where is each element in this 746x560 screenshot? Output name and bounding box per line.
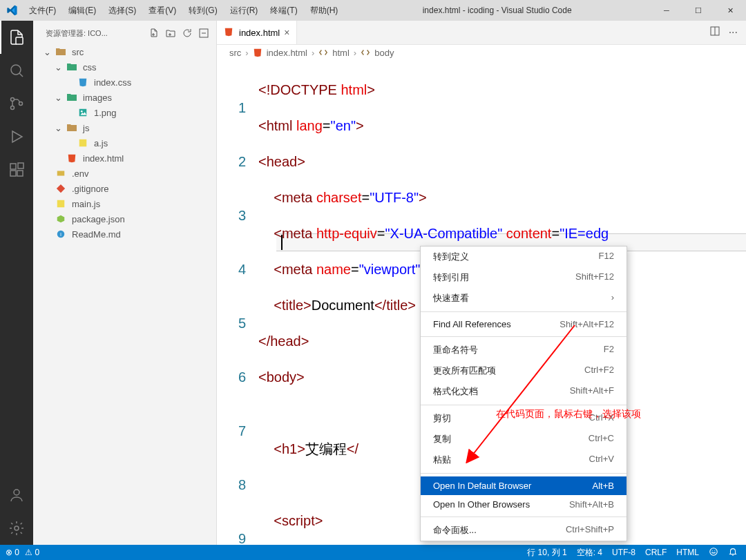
status-bell-icon[interactable] (728, 547, 738, 559)
activity-scm-icon[interactable] (0, 87, 33, 120)
svg-rect-7 (17, 171, 23, 176)
status-eol[interactable]: CRLF (645, 548, 667, 557)
menu-help[interactable]: 帮助(H) (305, 2, 344, 19)
context-menu-item[interactable]: 转到定义F12 (421, 247, 627, 267)
tree-file-index-html[interactable]: index.html (33, 151, 216, 166)
svg-rect-16 (57, 200, 65, 208)
context-menu-item[interactable]: 快速查看› (421, 288, 627, 309)
collapse-icon[interactable] (198, 28, 209, 39)
menu-select[interactable]: 选择(S) (103, 2, 142, 19)
new-folder-icon[interactable] (165, 28, 176, 39)
status-spaces[interactable]: 空格: 4 (577, 547, 602, 559)
new-file-icon[interactable] (149, 28, 160, 39)
activity-debug-icon[interactable] (0, 120, 33, 153)
tree-file-png[interactable]: 1.png (33, 105, 216, 120)
svg-rect-5 (10, 164, 16, 169)
menu-file[interactable]: 文件(F) (23, 2, 61, 19)
context-menu-item[interactable]: Open In Default BrowserAlt+B (421, 476, 627, 495)
menu-view[interactable]: 查看(V) (143, 2, 182, 19)
tree-file-package[interactable]: package.json (33, 211, 216, 226)
editor-tabs: index.html × ··· (217, 21, 746, 45)
tree-folder-js[interactable]: ⌄js (33, 120, 216, 135)
svg-point-4 (19, 102, 23, 106)
svg-point-10 (15, 526, 19, 530)
tree-file-readme[interactable]: iReadMe.md (33, 226, 216, 242)
file-tree: ⌄src ⌄css index.css ⌄images 1.png ⌄js a.… (33, 43, 216, 243)
status-warnings[interactable]: ⚠ 0 (25, 548, 39, 557)
vscode-logo-icon (0, 5, 23, 16)
activity-bar (0, 21, 33, 545)
svg-rect-15 (57, 171, 65, 176)
tree-file-mainjs[interactable]: main.js (33, 196, 216, 211)
svg-point-2 (11, 98, 15, 102)
status-bar: ⊗ 0 ⚠ 0 行 10, 列 1 空格: 4 UTF-8 CRLF HTML (0, 545, 746, 560)
tab-index-html[interactable]: index.html × (217, 21, 297, 44)
status-errors[interactable]: ⊗ 0 (6, 548, 19, 557)
menu-terminal[interactable]: 终端(T) (265, 2, 303, 19)
svg-rect-12 (79, 109, 87, 117)
menu-run[interactable]: 运行(R) (224, 2, 264, 19)
sidebar-title: 资源管理器: ICO... (46, 28, 149, 39)
refresh-icon[interactable] (182, 28, 193, 39)
split-editor-icon[interactable] (709, 26, 720, 39)
tree-folder-css[interactable]: ⌄css (33, 59, 216, 75)
svg-line-20 (472, 325, 575, 455)
activity-account-icon[interactable] (0, 479, 33, 512)
main-menu: 文件(F) 编辑(E) 选择(S) 查看(V) 转到(G) 运行(R) 终端(T… (23, 2, 343, 19)
status-encoding[interactable]: UTF-8 (612, 548, 635, 557)
svg-rect-8 (18, 163, 23, 168)
svg-point-13 (81, 110, 83, 113)
svg-point-21 (710, 548, 718, 555)
line-numbers: 1 2 3 4 5 6 7 8 9 10 11 12 13 14 15 16 1… (217, 60, 258, 545)
tree-file-gitignore[interactable]: .gitignore (33, 181, 216, 196)
status-feedback-icon[interactable] (709, 547, 718, 559)
close-button[interactable]: ✕ (714, 0, 746, 21)
tree-file-env[interactable]: .env (33, 166, 216, 181)
more-actions-icon[interactable]: ··· (729, 26, 738, 39)
svg-rect-0 (16, 37, 23, 44)
tree-file-ajs[interactable]: a.js (33, 135, 216, 151)
activity-settings-icon[interactable] (0, 512, 33, 545)
tree-folder-src[interactable]: ⌄src (33, 44, 216, 59)
maximize-button[interactable]: ☐ (682, 0, 714, 21)
activity-extensions-icon[interactable] (0, 153, 33, 186)
menu-go[interactable]: 转到(G) (183, 2, 222, 19)
status-position[interactable]: 行 10, 列 1 (527, 547, 566, 559)
breadcrumb[interactable]: src› index.html› html› body (217, 45, 746, 60)
annotation-text: 在代码页面，鼠标右键，选择该项 (496, 408, 641, 421)
svg-point-3 (11, 106, 15, 110)
status-language[interactable]: HTML (676, 548, 699, 557)
text-cursor (281, 235, 283, 250)
minimize-button[interactable]: ─ (651, 0, 682, 21)
context-menu-item[interactable]: Open In Other BrowsersShift+Alt+B (421, 495, 627, 514)
svg-rect-14 (79, 139, 87, 147)
svg-point-1 (11, 65, 21, 75)
activity-explorer-icon[interactable] (0, 21, 33, 54)
html-file-icon (224, 27, 235, 38)
sidebar-explorer: 资源管理器: ICO... ⌄src ⌄css index.css ⌄image… (33, 21, 217, 545)
title-bar: 文件(F) 编辑(E) 选择(S) 查看(V) 转到(G) 运行(R) 终端(T… (0, 0, 746, 21)
tab-label: index.html (239, 28, 280, 38)
svg-rect-6 (10, 171, 16, 176)
annotation-arrow (464, 318, 582, 463)
activity-search-icon[interactable] (0, 54, 33, 87)
context-menu-item[interactable]: 命令面板...Ctrl+Shift+P (421, 520, 627, 541)
tab-close-icon[interactable]: × (284, 27, 289, 38)
context-menu-item[interactable]: 转到引用Shift+F12 (421, 267, 627, 288)
window-title: index.html - icoding - Visual Studio Cod… (343, 6, 651, 15)
tree-file-index-css[interactable]: index.css (33, 75, 216, 90)
tree-folder-images[interactable]: ⌄images (33, 90, 216, 105)
svg-point-9 (14, 490, 19, 495)
menu-edit[interactable]: 编辑(E) (63, 2, 102, 19)
